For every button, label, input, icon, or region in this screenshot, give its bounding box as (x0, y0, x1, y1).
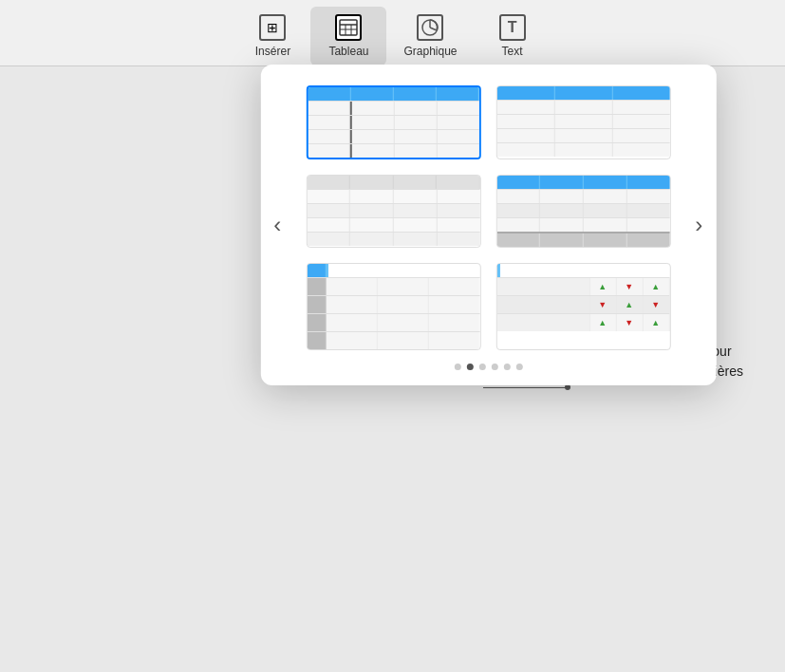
style1-header (308, 87, 478, 101)
page-dot-6[interactable] (515, 364, 522, 370)
svg-rect-0 (340, 20, 357, 35)
texte-icon: T (499, 14, 526, 41)
texte-label: Text (502, 45, 523, 58)
page-dot-3[interactable] (478, 364, 485, 370)
table-style-5[interactable] (306, 263, 480, 350)
style2-header (496, 86, 669, 100)
style1-row3 (308, 129, 478, 143)
style1-row1 (308, 101, 478, 115)
toolbar-item-tableau[interactable]: Tableau (310, 7, 386, 65)
page-dot-2[interactable] (466, 364, 473, 370)
next-arrow[interactable]: › (687, 208, 710, 242)
graphique-icon (417, 14, 443, 41)
insert-label: Insérer (255, 45, 290, 58)
table-style-2[interactable] (495, 85, 670, 159)
table-style-panel: ‹ (260, 65, 716, 385)
table-style-3[interactable] (306, 175, 480, 248)
table-style-6[interactable]: ▲ ▼ ▲ ▼ ▲ ▼ ▲ ▼ ▲ (495, 263, 670, 350)
svg-line-7 (430, 28, 437, 30)
style1-row4 (308, 143, 478, 158)
table-style-1[interactable] (306, 85, 480, 159)
insert-icon: ⊞ (259, 14, 286, 41)
prev-arrow[interactable]: ‹ (266, 208, 289, 242)
tableau-label: Tableau (328, 45, 368, 58)
styles-grid: ▲ ▼ ▲ ▼ ▲ ▼ ▲ ▼ ▲ (279, 85, 697, 350)
annotation-line (483, 387, 569, 388)
toolbar-item-texte[interactable]: T Text (475, 7, 551, 65)
toolbar: ⊞ Insérer Tableau Graphique (0, 0, 785, 66)
graphique-label: Graphique (403, 45, 457, 58)
page-dot-1[interactable] (454, 364, 460, 370)
style1-row2 (308, 115, 478, 129)
toolbar-item-graphique[interactable]: Graphique (386, 7, 474, 65)
table-style-4[interactable] (495, 175, 670, 248)
page-dot-4[interactable] (491, 364, 497, 370)
page-dot-5[interactable] (503, 364, 510, 370)
toolbar-item-insert[interactable]: ⊞ Insérer (234, 7, 310, 65)
pagination (279, 364, 697, 370)
tableau-icon (335, 14, 362, 41)
